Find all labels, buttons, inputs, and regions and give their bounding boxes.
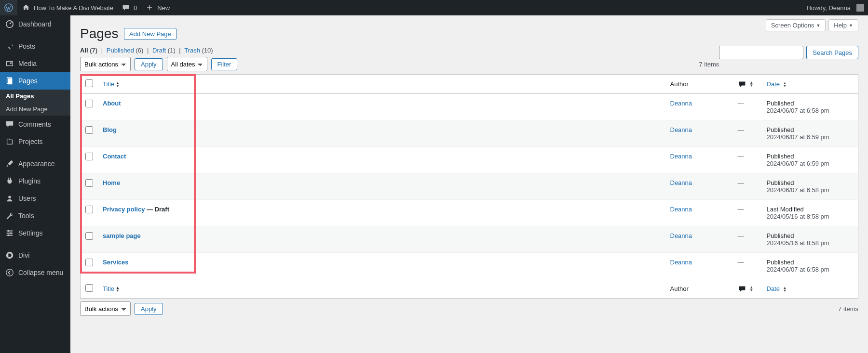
search-button[interactable]: Search Pages	[806, 46, 858, 59]
bulk-actions-select-bottom[interactable]: Bulk actions	[80, 301, 131, 316]
row-checkbox[interactable]	[85, 179, 93, 187]
sidebar-item-media[interactable]: Media	[0, 55, 70, 72]
sidebar-item-label: Dashboard	[18, 20, 52, 28]
row-timestamp: 2024/06/07 at 6:58 pm	[767, 266, 854, 273]
row-comments: —	[738, 100, 744, 107]
pages-table: Title▲▼ Author ▲▼ Date ▲▼ AboutDeanna—Pu…	[80, 74, 858, 299]
col-comments-header[interactable]: ▲▼	[733, 75, 762, 94]
sidebar-item-pages[interactable]: Pages	[0, 72, 70, 90]
sidebar-item-label: Settings	[18, 229, 43, 237]
row-status: Published	[767, 100, 854, 107]
row-author-link[interactable]: Deanna	[670, 206, 692, 213]
sidebar-item-projects[interactable]: Projects	[0, 133, 70, 150]
col-author-footer[interactable]: Author	[665, 279, 733, 299]
select-all-top[interactable]	[85, 79, 93, 87]
chevron-down-icon: ▼	[816, 23, 820, 28]
status-filters: All (7) | Published (6) | Draft (1) | Tr…	[80, 47, 858, 54]
row-title-link[interactable]: Home	[103, 179, 120, 186]
col-author-header[interactable]: Author	[665, 75, 733, 94]
sidebar-item-users[interactable]: Users	[0, 190, 70, 207]
row-author-link[interactable]: Deanna	[670, 153, 692, 160]
row-author-link[interactable]: Deanna	[670, 126, 692, 133]
table-row: Privacy policy — DraftDeanna—Last Modifi…	[81, 200, 858, 226]
sidebar-item-plugins[interactable]: Plugins	[0, 172, 70, 190]
row-checkbox[interactable]	[85, 232, 93, 240]
sidebar-item-posts[interactable]: Posts	[0, 38, 70, 55]
row-timestamp: 2024/05/16 at 8:58 pm	[767, 239, 854, 247]
row-title-link[interactable]: About	[103, 100, 121, 107]
sidebar-item-label: Collapse menu	[18, 269, 63, 276]
admin-bar: How To Make A Divi Website 0 New Howdy, …	[0, 0, 868, 15]
col-date-footer[interactable]: Date ▲▼	[762, 279, 858, 299]
sidebar-item-label: Comments	[18, 120, 51, 128]
sidebar-item-label: Posts	[18, 42, 35, 50]
row-timestamp: 2024/05/16 at 8:58 pm	[767, 213, 854, 220]
row-checkbox[interactable]	[85, 153, 93, 160]
table-container: Title▲▼ Author ▲▼ Date ▲▼ AboutDeanna—Pu…	[80, 74, 858, 299]
svg-point-7	[8, 230, 10, 232]
row-author-link[interactable]: Deanna	[670, 232, 692, 239]
wp-logo[interactable]	[0, 0, 17, 15]
sidebar-item-comments[interactable]: Comments	[0, 116, 70, 133]
screen-options-button[interactable]: Screen Options▼	[766, 19, 826, 31]
row-checkbox[interactable]	[85, 126, 93, 134]
apply-button[interactable]: Apply	[135, 58, 163, 70]
row-title-link[interactable]: sample page	[103, 232, 141, 239]
row-title-link[interactable]: Contact	[103, 153, 126, 160]
comments-link[interactable]: 0	[117, 0, 141, 15]
row-checkbox[interactable]	[85, 206, 93, 213]
help-button[interactable]: Help▼	[828, 19, 858, 31]
row-author-link[interactable]: Deanna	[670, 259, 692, 266]
site-home-link[interactable]: How To Make A Divi Website	[17, 0, 117, 15]
row-title-link[interactable]: Privacy policy	[103, 206, 145, 213]
row-title-link[interactable]: Blog	[103, 126, 117, 133]
svg-point-8	[10, 232, 12, 234]
select-all-bottom[interactable]	[85, 284, 93, 292]
sidebar-item-label: Plugins	[18, 177, 41, 185]
row-checkbox[interactable]	[85, 100, 93, 107]
sidebar-subitem-all-pages[interactable]: All Pages	[0, 90, 70, 103]
new-content-link[interactable]: New	[141, 0, 174, 15]
filter-published[interactable]: Published (6)	[107, 47, 144, 54]
table-row: BlogDeanna—Published2024/06/07 at 6:59 p…	[81, 120, 858, 147]
sidebar-item-dashboard[interactable]: Dashboard	[0, 15, 70, 33]
sidebar-item-appearance[interactable]: Appearance	[0, 155, 70, 172]
user-icon	[5, 194, 14, 203]
search-input[interactable]	[719, 46, 803, 59]
row-title-link[interactable]: Services	[103, 259, 129, 266]
row-checkbox[interactable]	[85, 259, 93, 266]
row-status: Published	[767, 232, 854, 239]
sidebar-item-label: Projects	[18, 138, 43, 145]
plus-icon	[145, 3, 154, 13]
sidebar-subitem-add-new[interactable]: Add New Page	[0, 103, 70, 116]
apply-button-bottom[interactable]: Apply	[135, 303, 163, 315]
col-title-header[interactable]: Title▲▼	[98, 75, 665, 94]
add-new-button[interactable]: Add New Page	[124, 28, 176, 40]
row-author-link[interactable]: Deanna	[670, 179, 692, 186]
collapse-icon	[5, 268, 14, 277]
table-row: ServicesDeanna—Published2024/06/07 at 6:…	[81, 253, 858, 279]
screen-options-label: Screen Options	[771, 22, 814, 29]
table-row: AboutDeanna—Published2024/06/07 at 6:58 …	[81, 94, 858, 120]
wrench-icon	[5, 211, 14, 221]
col-date-header[interactable]: Date ▲▼	[762, 75, 858, 94]
col-comments-footer[interactable]: ▲▼	[733, 279, 762, 299]
col-title-footer[interactable]: Title▲▼	[98, 279, 665, 299]
bulk-actions-select[interactable]: Bulk actions	[80, 57, 131, 71]
sidebar-item-tools[interactable]: Tools	[0, 207, 70, 224]
filter-all[interactable]: All (7)	[80, 47, 97, 54]
row-comments: —	[738, 126, 744, 133]
sidebar-item-divi[interactable]: Divi	[0, 247, 70, 264]
sidebar-item-settings[interactable]: Settings	[0, 224, 70, 242]
sidebar-collapse[interactable]: Collapse menu	[0, 264, 70, 281]
filter-button[interactable]: Filter	[211, 58, 238, 70]
filter-draft[interactable]: Draft (1)	[152, 47, 176, 54]
site-title: How To Make A Divi Website	[34, 4, 113, 12]
page-title: Pages	[80, 26, 118, 41]
my-account[interactable]: Howdy, Deanna	[802, 0, 868, 15]
filter-trash[interactable]: Trash (10)	[184, 47, 213, 54]
row-status: Last Modified	[767, 206, 854, 213]
date-filter-select[interactable]: All dates	[167, 57, 207, 71]
sidebar-submenu-pages: All Pages Add New Page	[0, 90, 70, 116]
row-author-link[interactable]: Deanna	[670, 100, 692, 107]
